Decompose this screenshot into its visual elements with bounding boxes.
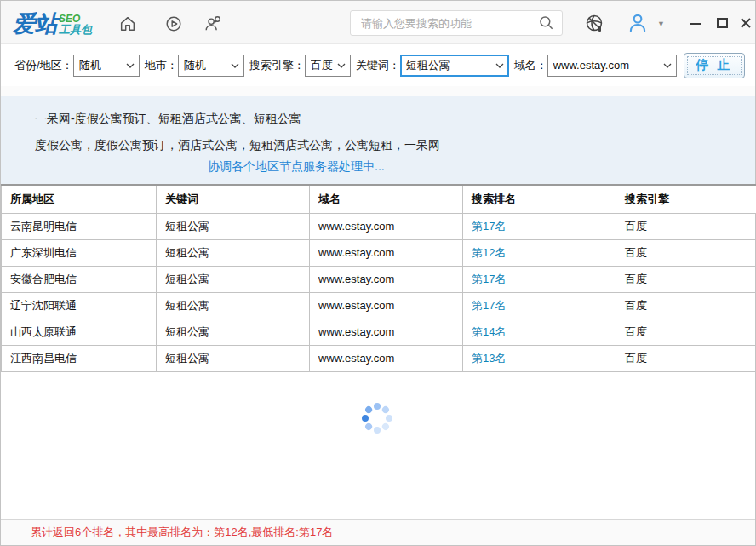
maximize-icon[interactable] (714, 15, 730, 31)
search-icon[interactable] (538, 14, 555, 32)
region-cell: 江西南昌电信 (2, 345, 157, 371)
col-header-rank: 搜索排名 (463, 185, 616, 213)
site-title: 一呆网-度假公寓预订、短租酒店式公寓、短租公寓 (1, 112, 755, 127)
engine-cell: 百度 (616, 319, 756, 345)
region-cell: 山西太原联通 (2, 319, 157, 345)
table-row: 江西南昌电信 短租公寓 www.estay.com 第13名 百度 (2, 345, 756, 371)
domain-cell: www.estay.com (310, 239, 463, 266)
rank-link[interactable]: 第17名 (463, 213, 616, 239)
city-select[interactable]: 随机 (178, 55, 244, 77)
keyword-cell: 短租公寓 (157, 292, 310, 319)
region-cell: 辽宁沈阳联通 (2, 292, 157, 319)
table-row: 安徽合肥电信 短租公寓 www.estay.com 第17名 百度 (2, 266, 756, 292)
table-row: 山西太原联通 短租公寓 www.estay.com 第14名 百度 (2, 319, 756, 345)
col-header-engine: 搜索引擎 (616, 185, 756, 213)
site-info-panel: 一呆网-度假公寓预订、短租酒店式公寓、短租公寓 度假公寓，度假公寓预订，酒店式公… (1, 96, 755, 184)
domain-cell: www.estay.com (310, 266, 463, 292)
status-bar: 累计返回6个排名，其中最高排名为：第12名,最低排名:第17名 (1, 519, 755, 545)
logo-stack: SEO 工具包 (59, 14, 92, 35)
processing-status: 协调各个地区节点服务器处理中... (1, 159, 755, 175)
play-circle-icon[interactable] (164, 14, 183, 33)
engine-cell: 百度 (616, 213, 756, 239)
rank-link[interactable]: 第14名 (463, 319, 616, 345)
domain-label: 域名： (514, 58, 547, 73)
col-header-region: 所属地区 (2, 185, 157, 213)
logo-text-main: 爱站 (13, 9, 57, 39)
close-icon[interactable] (738, 15, 753, 31)
rank-link[interactable]: 第17名 (463, 292, 616, 319)
engine-cell: 百度 (616, 292, 756, 319)
basketball-wrench-icon[interactable] (584, 13, 606, 35)
table-row: 广东深圳电信 短租公寓 www.estay.com 第12名 百度 (2, 239, 756, 266)
engine-cell: 百度 (616, 266, 756, 292)
domain-select[interactable]: www.estay.com (547, 55, 677, 77)
chevron-down-icon (337, 63, 346, 68)
keyword-cell: 短租公寓 (157, 239, 310, 266)
user-icon[interactable] (627, 12, 649, 34)
region-cell: 广东深圳电信 (2, 239, 157, 266)
rank-results-table: 所属地区 关键词 域名 搜索排名 搜索引擎 云南昆明电信 短租公寓 www.es… (1, 184, 756, 372)
logo-text-sub: 工具包 (59, 24, 92, 35)
domain-cell: www.estay.com (310, 292, 463, 319)
engine-cell: 百度 (616, 239, 756, 266)
chevron-down-icon (663, 63, 672, 68)
keyword-select[interactable]: 短租公寓 (400, 55, 509, 77)
keyword-label: 关键词： (356, 58, 400, 73)
col-header-domain: 域名 (310, 185, 463, 213)
table-row: 辽宁沈阳联通 短租公寓 www.estay.com 第17名 百度 (2, 292, 756, 319)
province-label: 省份/地区： (14, 58, 73, 73)
engine-select[interactable]: 百度 (305, 55, 351, 77)
function-search (350, 10, 563, 36)
province-select[interactable]: 随机 (73, 55, 140, 77)
region-cell: 云南昆明电信 (2, 213, 157, 239)
stop-button[interactable]: 停 止 (684, 53, 745, 78)
titlebar: 爱站 SEO 工具包 ▼ (1, 1, 755, 44)
toolbar-info-divider (1, 86, 755, 96)
logo-text-seo: SEO (59, 14, 92, 24)
table-row: 云南昆明电信 短租公寓 www.estay.com 第17名 百度 (2, 213, 756, 239)
chevron-down-icon (495, 63, 504, 68)
home-icon[interactable] (118, 14, 137, 33)
keyword-cell: 短租公寓 (157, 345, 310, 371)
keyword-cell: 短租公寓 (157, 213, 310, 239)
rank-summary: 累计返回6个排名，其中最高排名为：第12名,最低排名:第17名 (31, 525, 333, 540)
region-cell: 安徽合肥电信 (2, 266, 157, 292)
minimize-icon[interactable] (687, 15, 702, 31)
col-header-keyword: 关键词 (157, 185, 310, 213)
keyword-cell: 短租公寓 (157, 266, 310, 292)
app-window: 爱站 SEO 工具包 ▼ (0, 0, 756, 546)
table-header-row: 所属地区 关键词 域名 搜索排名 搜索引擎 (2, 185, 756, 213)
search-input[interactable] (351, 17, 538, 30)
domain-cell: www.estay.com (310, 213, 463, 239)
chevron-down-icon[interactable]: ▼ (657, 20, 665, 28)
query-toolbar: 省份/地区： 随机 地市： 随机 搜索引擎： 百度 关键词： 短租公寓 域名： … (1, 44, 755, 86)
keyword-cell: 短租公寓 (157, 319, 310, 345)
rank-link[interactable]: 第13名 (463, 345, 616, 371)
chevron-down-icon (126, 63, 135, 68)
engine-label: 搜索引擎： (249, 58, 305, 73)
rank-link[interactable]: 第12名 (463, 239, 616, 266)
chevron-down-icon (231, 63, 239, 68)
site-keywords: 度假公寓，度假公寓预订，酒店式公寓，短租酒店式公寓，公寓短租，一呆网 (1, 138, 755, 153)
loading-spinner (358, 399, 396, 437)
domain-cell: www.estay.com (310, 319, 463, 345)
rank-link[interactable]: 第17名 (463, 266, 616, 292)
city-label: 地市： (145, 58, 178, 73)
domain-cell: www.estay.com (310, 345, 463, 371)
contact-bubble-icon[interactable] (203, 14, 222, 33)
app-logo: 爱站 SEO 工具包 (13, 9, 92, 39)
engine-cell: 百度 (616, 345, 756, 371)
